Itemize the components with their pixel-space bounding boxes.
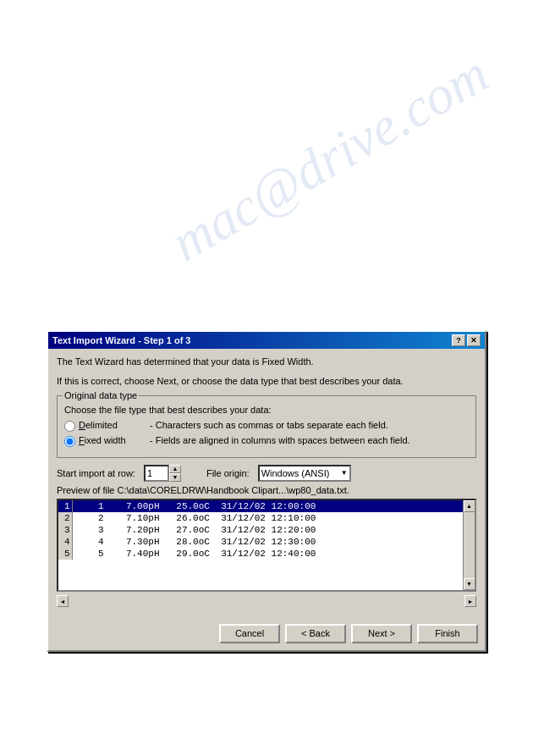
close-button[interactable]: ✕: [467, 334, 481, 346]
preview-area: 1 1 7.00pH 25.0oC 31/12/02 12:00:002 2 7…: [57, 499, 476, 592]
group-box-label: Original data type: [63, 390, 139, 400]
radio-desc-fixed: - Fields are aligned in columns with spa…: [150, 435, 410, 445]
scrollbar-vertical[interactable]: ▲ ▼: [463, 500, 475, 590]
preview-table: 1 1 7.00pH 25.0oC 31/12/02 12:00:002 2 7…: [58, 500, 475, 560]
scrollbar-horizontal[interactable]: ◄ ►: [57, 595, 476, 607]
scroll-left-button[interactable]: ◄: [57, 595, 69, 607]
row-number: 4: [58, 536, 72, 548]
spinner-down[interactable]: ▼: [169, 473, 181, 482]
row-content: 1 7.00pH 25.0oC 31/12/02 12:00:00: [72, 500, 475, 512]
radio-label-fixed: Fixed width: [79, 435, 146, 445]
settings-row: Start import at row: ▲ ▼ File origin: Wi…: [57, 465, 476, 482]
title-bar-left: Text Import Wizard - Step 1 of 3: [52, 335, 191, 345]
scroll-up-button[interactable]: ▲: [464, 500, 475, 512]
spinner-control: ▲ ▼: [144, 465, 181, 482]
radio-desc-delimited: - Characters such as commas or tabs sepa…: [150, 420, 388, 430]
row-number: 3: [58, 524, 72, 536]
table-row: 3 3 7.20pH 27.0oC 31/12/02 12:20:00: [58, 524, 475, 536]
preview-label: Preview of file C:\data\CORELDRW\Handboo…: [57, 485, 476, 495]
scroll-track-h: [69, 595, 464, 607]
radio-delimited[interactable]: [64, 421, 75, 432]
description-line1: The Text Wizard has determined that your…: [57, 356, 476, 368]
radio-label-delimited: Delimited: [79, 420, 146, 430]
start-row-input[interactable]: [144, 465, 169, 482]
row-content: 5 7.40pH 29.0oC 31/12/02 12:40:00: [72, 548, 475, 560]
dropdown-arrow: ▼: [341, 469, 348, 477]
row-content: 4 7.30pH 28.0oC 31/12/02 12:30:00: [72, 536, 475, 548]
spinner-buttons: ▲ ▼: [169, 465, 181, 482]
table-row: 4 4 7.30pH 28.0oC 31/12/02 12:30:00: [58, 536, 475, 548]
finish-button[interactable]: Finish: [417, 624, 478, 643]
file-origin-value: Windows (ANSI): [261, 468, 330, 478]
radio-row-fixed: Fixed width - Fields are aligned in colu…: [64, 435, 469, 447]
next-button[interactable]: Next >: [351, 624, 412, 643]
fixed-underline: F: [79, 435, 85, 445]
scroll-down-button[interactable]: ▼: [464, 578, 475, 590]
start-row-label: Start import at row:: [57, 468, 135, 478]
delimited-underline: D: [79, 420, 85, 430]
watermark: mac@drive.com: [161, 42, 499, 274]
row-number: 1: [58, 500, 72, 512]
button-row: Cancel < Back Next > Finish: [48, 619, 485, 650]
file-origin-label: File origin:: [206, 468, 250, 478]
title-bar-buttons: ? ✕: [452, 334, 481, 346]
row-content: 3 7.20pH 27.0oC 31/12/02 12:20:00: [72, 524, 475, 536]
table-row: 2 2 7.10pH 26.0oC 31/12/02 12:10:00: [58, 512, 475, 524]
help-button[interactable]: ?: [452, 334, 465, 346]
spinner-up[interactable]: ▲: [169, 465, 181, 473]
dialog-body: The Text Wizard has determined that your…: [48, 349, 485, 619]
description-line2: If this is correct, choose Next, or choo…: [57, 375, 476, 388]
group-subtitle: Choose the file type that best describes…: [64, 405, 469, 415]
dialog-window: Text Import Wizard - Step 1 of 3 ? ✕ The…: [47, 330, 486, 652]
cancel-button[interactable]: Cancel: [219, 624, 280, 643]
group-content: Choose the file type that best describes…: [64, 405, 469, 447]
row-content: 2 7.10pH 26.0oC 31/12/02 12:10:00: [72, 512, 475, 524]
file-origin-dropdown[interactable]: Windows (ANSI) ▼: [258, 465, 351, 482]
table-row: 5 5 7.40pH 29.0oC 31/12/02 12:40:00: [58, 548, 475, 560]
table-row: 1 1 7.00pH 25.0oC 31/12/02 12:00:00: [58, 500, 475, 512]
radio-row-delimited: Delimited - Characters such as commas or…: [64, 420, 469, 432]
dialog-title: Text Import Wizard - Step 1 of 3: [52, 335, 191, 345]
back-button[interactable]: < Back: [285, 624, 346, 643]
title-bar: Text Import Wizard - Step 1 of 3 ? ✕: [48, 332, 485, 349]
radio-fixed-width[interactable]: [64, 436, 75, 447]
scroll-right-button[interactable]: ►: [464, 595, 476, 607]
row-number: 5: [58, 548, 72, 560]
original-data-type-group: Original data type Choose the file type …: [57, 395, 476, 458]
scroll-track-v: [464, 512, 475, 578]
row-number: 2: [58, 512, 72, 524]
